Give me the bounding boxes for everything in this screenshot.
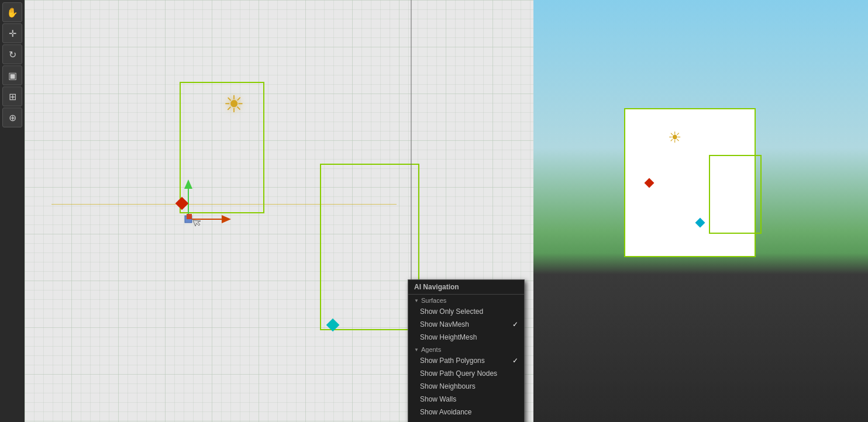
- show-path-query-nodes-item[interactable]: Show Path Query Nodes: [408, 367, 524, 380]
- show-path-polygons-item[interactable]: Show Path Polygons ✓: [408, 354, 524, 367]
- move-tool-button[interactable]: ✛: [2, 23, 22, 43]
- show-heightmesh-item[interactable]: Show HeightMesh: [408, 331, 524, 344]
- show-only-selected-item[interactable]: Show Only Selected: [408, 305, 524, 318]
- main-container: ✋ ✛ ↻ ▣ ⊞ ⊕ ☀: [0, 0, 868, 422]
- show-path-polygons-check: ✓: [512, 357, 518, 365]
- sun-icon: ☀: [223, 91, 244, 117]
- lower-rect: [320, 164, 419, 330]
- show-path-query-nodes-label: Show Path Query Nodes: [420, 369, 497, 378]
- right-sun-icon: ☀: [668, 129, 681, 147]
- show-path-polygons-label: Show Path Polygons: [420, 357, 485, 365]
- show-only-selected-label: Show Only Selected: [420, 307, 483, 316]
- show-avoidance-item[interactable]: Show Avoidance: [408, 406, 524, 418]
- move-icon: ✛: [9, 28, 16, 39]
- show-navmesh-check: ✓: [512, 320, 518, 328]
- svg-marker-3: [222, 215, 231, 223]
- show-heightmesh-label: Show HeightMesh: [420, 333, 477, 341]
- right-secondary-rect: [709, 155, 762, 234]
- select-icon: ▣: [8, 70, 17, 81]
- world-tool-button[interactable]: ⊕: [2, 108, 22, 127]
- scale-icon: ⊞: [9, 91, 16, 102]
- rotate-icon: ↻: [9, 49, 16, 60]
- viewport-left[interactable]: ☀ AI Navigation: [25, 0, 533, 422]
- show-navmesh-item[interactable]: Show NavMesh ✓: [408, 318, 524, 331]
- show-neighbours-label: Show Neighbours: [420, 382, 476, 390]
- show-walls-label: Show Walls: [420, 395, 456, 403]
- toolbar: ✋ ✛ ↻ ▣ ⊞ ⊕: [0, 0, 25, 422]
- show-neighbours-item[interactable]: Show Neighbours: [408, 380, 524, 393]
- viewports: ☀ AI Navigation: [25, 0, 868, 422]
- scale-tool-button[interactable]: ⊞: [2, 87, 22, 106]
- agents-section-label: Agents: [408, 344, 524, 354]
- show-walls-item[interactable]: Show Walls: [408, 393, 524, 406]
- ai-navigation-context-menu: AI Navigation Surfaces Show Only Selecte…: [408, 279, 525, 422]
- select-tool-button[interactable]: ▣: [2, 65, 22, 85]
- svg-marker-1: [184, 179, 192, 189]
- hand-tool-button[interactable]: ✋: [2, 2, 22, 22]
- world-icon: ⊕: [9, 112, 16, 123]
- svg-rect-5: [187, 214, 192, 219]
- show-avoidance-label: Show Avoidance: [420, 408, 472, 416]
- show-navmesh-label: Show NavMesh: [420, 320, 469, 328]
- surfaces-section-label: Surfaces: [408, 295, 524, 305]
- hand-icon: ✋: [6, 7, 18, 18]
- menu-title: AI Navigation: [408, 280, 524, 295]
- obstacles-section-label: Obstacles: [408, 418, 524, 422]
- viewport-right[interactable]: ☀: [533, 0, 868, 422]
- rotate-tool-button[interactable]: ↻: [2, 44, 22, 64]
